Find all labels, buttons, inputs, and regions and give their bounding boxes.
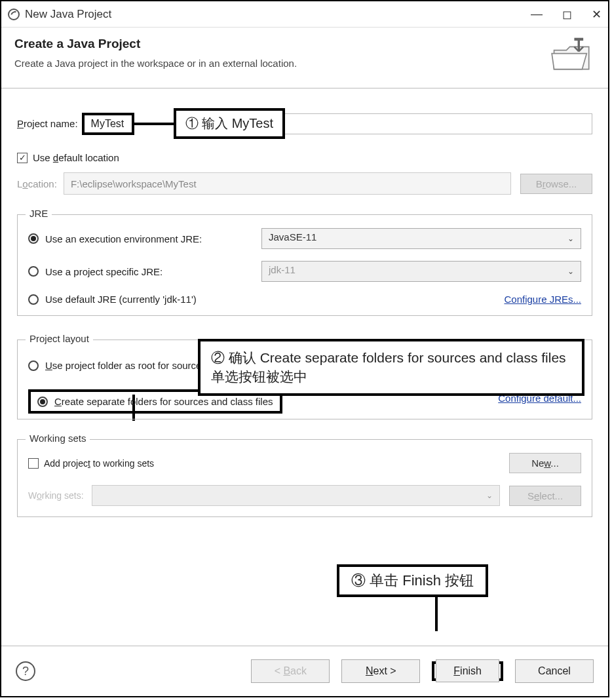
eclipse-icon: [8, 9, 20, 20]
use-default-location-checkbox[interactable]: [17, 153, 28, 163]
use-default-location-row: Use default location: [17, 152, 592, 163]
cancel-button[interactable]: Cancel: [515, 659, 594, 683]
annotation-3-connector: [435, 594, 438, 631]
annotation-connector: [134, 123, 174, 125]
dialog-content: Project name: MyTest ① 输入 MyTest Use def…: [1, 88, 608, 646]
working-sets-label: Working sets:: [28, 490, 84, 501]
chevron-down-icon: ⌄: [567, 267, 574, 276]
titlebar: New Java Project — ◻ ✕: [1, 1, 608, 28]
add-to-working-sets-label: Add project to working sets: [44, 458, 154, 469]
working-sets-group: Working sets Add project to working sets…: [17, 439, 592, 517]
jre-execution-env-radio[interactable]: [28, 233, 39, 244]
working-sets-legend: Working sets: [26, 433, 90, 444]
jre-group: JRE Use an execution environment JRE: Ja…: [17, 214, 592, 316]
finish-button[interactable]: Finish: [436, 659, 499, 682]
jre-project-specific-select: jdk-11 ⌄: [261, 261, 581, 282]
header-title: Create a Java Project: [14, 37, 549, 51]
working-sets-select: ⌄: [92, 485, 500, 506]
select-working-set-button: Select...: [509, 486, 581, 506]
window-title: New Java Project: [25, 8, 531, 21]
jre-execution-env-label: Use an execution environment JRE:: [45, 233, 248, 244]
new-working-set-button[interactable]: New...: [509, 453, 581, 473]
configure-jres-link[interactable]: Configure JREs...: [504, 294, 581, 305]
jre-project-specific-label: Use a project specific JRE:: [45, 266, 248, 277]
finish-button-highlight: Finish: [432, 661, 503, 681]
jre-project-specific-radio[interactable]: [28, 266, 39, 277]
jre-default-label: Use default JRE (currently 'jdk-11'): [45, 294, 504, 305]
back-button: < Back: [251, 659, 330, 683]
close-icon[interactable]: ✕: [592, 7, 602, 22]
project-name-row: Project name: MyTest ① 输入 MyTest: [17, 108, 592, 139]
project-layout-legend: Project layout: [26, 333, 93, 344]
project-name-label: Project name:: [17, 118, 78, 129]
location-label: Location:: [17, 178, 57, 189]
maximize-icon[interactable]: ◻: [562, 7, 572, 22]
layout-separate-folders-radio[interactable]: [37, 397, 48, 407]
jre-default-row: Use default JRE (currently 'jdk-11') Con…: [28, 294, 581, 305]
layout-root-folder-radio[interactable]: [28, 360, 39, 371]
add-to-working-sets-checkbox[interactable]: [28, 458, 39, 469]
jre-default-radio[interactable]: [28, 294, 39, 305]
dialog-header: Create a Java Project Create a Java proj…: [1, 28, 608, 88]
jre-execution-env-row: Use an execution environment JRE: JavaSE…: [28, 228, 581, 249]
location-input: [64, 172, 511, 195]
jre-execution-env-select[interactable]: JavaSE-11 ⌄: [261, 228, 581, 249]
browse-button: Browse...: [520, 174, 592, 194]
header-subtitle: Create a Java project in the workspace o…: [14, 58, 549, 69]
chevron-down-icon: ⌄: [567, 234, 574, 243]
annotation-2: ② 确认 Create separate folders for sources…: [198, 339, 584, 396]
window-controls: — ◻ ✕: [531, 7, 602, 22]
folder-icon: [549, 37, 595, 76]
minimize-icon[interactable]: —: [531, 7, 543, 22]
layout-separate-folders-label: Create separate folders for sources and …: [54, 396, 273, 407]
working-sets-select-row: Working sets: ⌄ Select...: [28, 485, 581, 506]
dialog-window: New Java Project — ◻ ✕ Create a Java Pro…: [0, 0, 609, 697]
jre-project-specific-row: Use a project specific JRE: jdk-11 ⌄: [28, 261, 581, 282]
next-button[interactable]: Next >: [341, 659, 420, 683]
project-name-input[interactable]: MyTest: [82, 113, 134, 135]
location-row: Location: Browse...: [17, 172, 592, 195]
svg-rect-1: [574, 38, 583, 41]
dialog-footer: ? < Back Next > Finish Cancel: [1, 646, 608, 696]
use-default-location-label: Use default location: [33, 152, 119, 163]
jre-legend: JRE: [26, 208, 52, 219]
annotation-3: ③ 单击 Finish 按钮: [337, 564, 488, 597]
annotation-1: ① 输入 MyTest: [174, 108, 285, 139]
chevron-down-icon: ⌄: [486, 491, 493, 500]
help-icon[interactable]: ?: [16, 661, 35, 681]
project-name-field-extension[interactable]: [285, 113, 592, 134]
